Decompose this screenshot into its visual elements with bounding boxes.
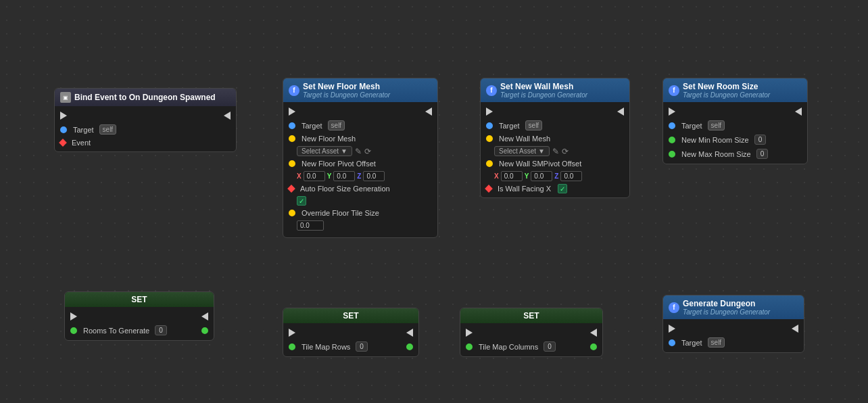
set-floor-xyz-row: X 0.0 Y 0.0 Z 0.0 [283, 170, 437, 183]
set-wall-pivot-left: New Wall SMPivot Offset [486, 160, 581, 168]
set-wall-pivot-pin[interactable] [486, 160, 493, 167]
set-room-max-label: New Max Room Size [681, 150, 751, 158]
floor-x-label: X [297, 172, 302, 180]
set-room-size-header: f Set New Room Size Target is Dungeon Ge… [663, 78, 807, 102]
set-wall-edit-icon[interactable]: ✎ [552, 147, 559, 156]
set-wall-mesh-pin[interactable] [486, 135, 493, 142]
set-wall-mesh-header: f Set New Wall Mesh Target is Dungeon Ge… [481, 78, 629, 102]
set-rooms-exec-in[interactable] [70, 312, 77, 321]
wall-y-input[interactable]: 0.0 [531, 171, 552, 181]
set-room-exec-out[interactable] [795, 108, 802, 116]
set-floor-mesh-node: f Set New Floor Mesh Target is Dungeon G… [283, 78, 438, 238]
set-rooms-exec-out[interactable] [201, 312, 208, 321]
set-wall-mesh-title: Set New Wall Mesh [500, 82, 587, 91]
set-wall-target-pin[interactable] [486, 122, 493, 129]
floor-z-input[interactable]: 0.0 [363, 171, 385, 181]
set-floor-target-left: Target self [289, 120, 345, 131]
bind-event-target-pin[interactable] [60, 126, 67, 133]
set-floor-override-left: Override Floor Tile Size [289, 209, 379, 217]
set-wall-mesh-label-row: New Wall Mesh [481, 133, 629, 145]
set-rooms-out-pin[interactable] [201, 327, 208, 334]
set-floor-mesh-label: New Floor Mesh [302, 135, 356, 143]
set-floor-clear-icon[interactable]: ⟳ [364, 147, 371, 156]
set-rooms-pin[interactable] [70, 327, 77, 334]
set-floor-select-btn[interactable]: Select Asset ▼ [297, 146, 352, 156]
set-room-self-badge: self [708, 120, 725, 131]
generate-dungeon-target-left: Target self [669, 337, 725, 348]
set-wall-exec-out[interactable] [617, 108, 624, 116]
bind-event-node: ▣ Bind Event to On Dungeon Spawned Targe… [54, 88, 237, 152]
bind-event-title: Bind Event to On Dungeon Spawned [74, 93, 216, 102]
floor-y-input[interactable]: 0.0 [333, 171, 355, 181]
set-wall-mesh-label: New Wall Mesh [499, 135, 550, 143]
set-room-size-title: Set New Room Size [683, 82, 770, 91]
set-room-min-val[interactable]: 0 [754, 135, 767, 145]
set-floor-mesh-pin[interactable] [289, 135, 295, 142]
set-room-size-body: Target self New Min Room Size 0 New Max … [663, 102, 807, 164]
set-wall-exec-row [481, 105, 629, 118]
set-floor-pivot-pin[interactable] [289, 160, 295, 167]
set-tile-rows-exec-out[interactable] [406, 329, 413, 337]
bind-event-exec-out[interactable] [224, 112, 231, 120]
set-wall-facing-checkbox[interactable]: ✓ [558, 184, 567, 193]
set-room-max-val[interactable]: 0 [756, 149, 769, 159]
set-wall-clear-icon[interactable]: ⟳ [562, 147, 569, 156]
bind-event-event-pin[interactable] [59, 139, 66, 146]
set-floor-select-row: Select Asset ▼ ✎ ⟳ [283, 145, 437, 158]
set-floor-exec-out[interactable] [425, 108, 432, 116]
set-floor-exec-row [283, 105, 437, 118]
set-floor-auto-pin[interactable] [287, 185, 295, 192]
set-tile-cols-pin[interactable] [466, 343, 473, 350]
set-floor-override-pin[interactable] [289, 210, 295, 216]
set-tile-rows-exec-in[interactable] [289, 329, 295, 337]
set-floor-checkbox[interactable]: ✓ [297, 196, 306, 206]
set-wall-mesh-label-left: New Wall Mesh [486, 135, 550, 143]
set-floor-override-input[interactable]: 0.0 [297, 220, 324, 231]
set-wall-exec-in[interactable] [486, 108, 493, 116]
set-tile-cols-exec-out[interactable] [590, 329, 597, 337]
set-tile-cols-val[interactable]: 0 [544, 341, 556, 352]
generate-dungeon-exec-row [663, 322, 804, 335]
generate-dungeon-node: f Generate Dungeon Target is Dungeon Gen… [662, 295, 804, 353]
set-tile-rows-header: SET [283, 308, 418, 323]
set-tile-rows-out-pin[interactable] [406, 343, 413, 350]
set-floor-exec-in[interactable] [289, 108, 295, 116]
set-room-exec-row [663, 105, 807, 118]
set-floor-pivot-left: New Floor Pivot Offset [289, 160, 376, 168]
set-wall-target-label: Target [499, 122, 520, 130]
set-tile-cols-body: Tile Map Columns 0 [460, 323, 602, 356]
generate-dungeon-exec-out[interactable] [792, 325, 798, 333]
set-rooms-label: Rooms To Generate [83, 327, 149, 335]
generate-dungeon-exec-in[interactable] [669, 325, 675, 333]
floor-y-label: Y [327, 172, 332, 180]
set-tile-cols-out-pin[interactable] [590, 343, 597, 350]
set-wall-select-btn[interactable]: Select Asset ▼ [494, 146, 550, 156]
generate-dungeon-subtitle: Target is Dungeon Generator [683, 308, 770, 316]
set-rooms-node: SET Rooms To Generate 0 [64, 291, 214, 341]
bind-event-event-left: Event [60, 139, 91, 147]
generate-dungeon-target-pin[interactable] [669, 339, 675, 346]
set-rooms-val[interactable]: 0 [155, 325, 167, 335]
set-wall-facing-pin[interactable] [485, 185, 492, 192]
bind-event-exec-row [55, 109, 236, 122]
set-floor-target-pin[interactable] [289, 122, 295, 129]
bind-event-exec-in[interactable] [60, 112, 67, 120]
set-tile-cols-node: SET Tile Map Columns 0 [460, 308, 603, 357]
set-floor-edit-icon[interactable]: ✎ [355, 147, 362, 156]
wall-x-label: X [494, 172, 499, 180]
set-room-exec-in[interactable] [669, 108, 675, 116]
wall-z-input[interactable]: 0.0 [560, 171, 582, 181]
set-tile-rows-exec-row [283, 326, 418, 339]
set-rooms-header: SET [65, 292, 214, 307]
generate-dungeon-target-row: Target self [663, 335, 804, 350]
set-tile-cols-exec-in[interactable] [466, 329, 473, 337]
set-tile-rows-val[interactable]: 0 [356, 341, 368, 352]
wall-x-input[interactable]: 0.0 [501, 171, 523, 181]
set-room-target-pin[interactable] [669, 122, 675, 129]
set-tile-rows-pin[interactable] [289, 343, 295, 350]
set-room-min-left: New Min Room Size 0 [669, 135, 766, 145]
set-room-max-pin[interactable] [669, 151, 675, 158]
floor-x-input[interactable]: 0.0 [304, 171, 325, 181]
set-floor-override-label: Override Floor Tile Size [302, 209, 379, 217]
set-room-min-pin[interactable] [669, 137, 675, 143]
